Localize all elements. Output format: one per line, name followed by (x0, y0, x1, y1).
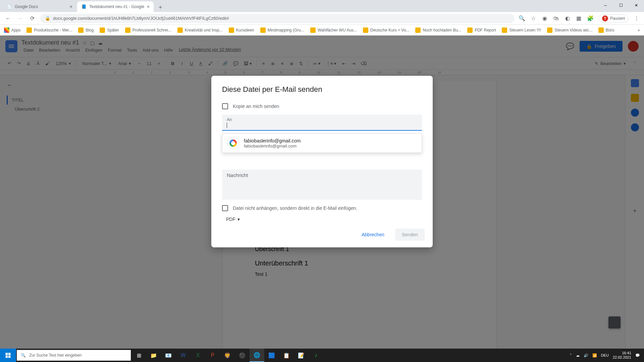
checkbox-icon[interactable] (222, 205, 228, 211)
message-input[interactable]: Nachricht (222, 170, 422, 200)
tray-overflow-icon[interactable]: ˄ (570, 353, 572, 358)
apps-shortcut[interactable]: Apps (4, 27, 20, 33)
close-icon[interactable]: × (70, 4, 72, 9)
chrome-icon[interactable]: 🌐 (250, 349, 264, 362)
maximize-button[interactable]: ☐ (613, 0, 629, 11)
no-attach-checkbox-row[interactable]: Datei nicht anhängen, sondern direkt in … (218, 202, 426, 214)
copy-self-label: Kopie an mich senden (233, 104, 279, 109)
folder-icon (100, 27, 105, 33)
folder-icon (363, 27, 368, 33)
paused-label: Pausiert (610, 16, 625, 21)
bookmark-item[interactable]: Kursideen (229, 27, 254, 33)
bookmark-item[interactable]: Noch hochladen Bu... (415, 27, 461, 33)
extensions-menu-icon[interactable]: 🧩 (587, 15, 594, 22)
profile-chip[interactable]: T Pausiert (598, 14, 629, 22)
bookmark-star-icon[interactable]: ☆ (530, 15, 537, 22)
checkbox-icon[interactable] (222, 103, 228, 109)
svg-rect-1 (8, 353, 11, 355)
onedrive-icon[interactable]: ☁ (576, 353, 580, 358)
apps-icon (4, 27, 9, 33)
windows-taskbar: 🔍 Zur Suche Text hier eingeben ⊞ 📁 📧 W X… (0, 349, 644, 362)
docs-favicon-icon: 📘 (81, 4, 87, 9)
recipient-input[interactable]: An (222, 115, 422, 131)
close-window-button[interactable]: ✕ (629, 0, 644, 11)
bookmark-item[interactable]: Steuern Videos wic... (547, 27, 592, 33)
notifications-icon[interactable]: 💬 (635, 353, 640, 358)
bookmark-item[interactable]: Deutsche Kurs + Vo... (363, 27, 409, 33)
extension-icon[interactable]: ▦ (576, 15, 582, 22)
bookmark-item[interactable]: Steuern Lesen !!!! (502, 27, 541, 33)
obs-icon[interactable]: ⚫ (235, 349, 250, 362)
format-value: PDF (226, 217, 235, 222)
browser-tab-strip: 📄 Google Docs × 📘 Textdokument neu #1 - … (0, 0, 644, 12)
message-placeholder: Nachricht (227, 172, 417, 178)
taskbar-search[interactable]: 🔍 Zur Suche Text hier eingeben (17, 350, 131, 361)
bookmark-item[interactable]: PDF Report (467, 27, 496, 33)
suggestion-email: fabiobaslerinfo@gmail.com (244, 143, 301, 148)
format-select[interactable]: PDF ▾ (218, 214, 426, 225)
url-input[interactable]: 🔒 docs.google.com/document/d/1hUH8k6h7Lb… (40, 14, 515, 23)
mail-icon[interactable]: 📧 (161, 349, 176, 362)
back-button[interactable]: ← (4, 14, 12, 22)
language-indicator[interactable]: DEU (601, 353, 609, 357)
bookmark-item[interactable]: Wahlfächer WU Aus... (310, 27, 357, 33)
extension-icon[interactable]: 🛍 (553, 15, 559, 22)
bookmark-item[interactable]: Professionell Schrei... (125, 27, 171, 33)
send-button[interactable]: Senden (395, 229, 425, 241)
folder-icon (125, 27, 130, 33)
wifi-icon[interactable]: 📶 (592, 353, 597, 358)
bookmarks-overflow-icon[interactable]: » (638, 28, 640, 33)
bookmark-item[interactable]: Büro (598, 27, 614, 33)
cancel-button[interactable]: Abbrechen (355, 229, 391, 241)
folder-icon (547, 27, 552, 33)
start-button[interactable] (0, 349, 16, 362)
folder-icon (229, 27, 234, 33)
task-view-button[interactable]: ⊞ (131, 349, 146, 362)
excel-icon[interactable]: X (191, 349, 205, 362)
folder-icon (177, 27, 183, 33)
folder-icon (78, 27, 84, 33)
url-text: docs.google.com/document/d/1hUH8k6h7Lb8y… (53, 16, 229, 21)
notepad-icon[interactable]: 📝 (294, 349, 309, 362)
clock[interactable]: 16:41 22.02.2021 (613, 351, 631, 360)
chrome-menu-icon[interactable]: ⋮ (633, 15, 640, 22)
bookmark-item[interactable]: Später (100, 27, 119, 33)
avatar-icon: T (602, 15, 608, 21)
suggestion-item[interactable]: fabiobaslerinfo@gmail.com fabiobaslerinf… (222, 134, 422, 153)
folder-icon (26, 27, 32, 33)
extension-icon[interactable]: ◉ (541, 15, 548, 22)
bookmark-item[interactable]: Blog (78, 27, 94, 33)
bookmark-item[interactable]: Mindmapping (Gru... (260, 27, 304, 33)
email-file-dialog: Diese Datei per E-Mail senden Kopie an m… (211, 76, 433, 247)
dialog-title: Diese Datei per E-Mail senden (211, 85, 433, 101)
extension-icon[interactable]: ◐ (564, 15, 571, 22)
search-icon: 🔍 (21, 353, 26, 358)
browser-tab-1[interactable]: 📘 Textdokument neu #1 - Google × (77, 1, 154, 12)
tab-title: Google Docs (15, 4, 38, 9)
new-tab-button[interactable]: + (156, 3, 165, 12)
minimize-button[interactable]: ─ (598, 0, 613, 11)
window-controls: ─ ☐ ✕ (598, 0, 644, 11)
close-icon[interactable]: × (147, 4, 150, 9)
folder-icon (415, 27, 421, 33)
copy-self-checkbox-row[interactable]: Kopie an mich senden (218, 101, 426, 112)
modal-overlay: Diese Datei per E-Mail senden Kopie an m… (0, 36, 644, 349)
reload-button[interactable]: ⟳ (28, 14, 36, 22)
forward-button[interactable]: → (16, 14, 24, 22)
docs-favicon-icon: 📄 (7, 4, 12, 9)
app-icon[interactable]: 📋 (279, 349, 294, 362)
word-icon[interactable]: W (176, 349, 191, 362)
edge-icon[interactable]: 🟦 (264, 349, 279, 362)
zoom-icon[interactable]: 🔍 (519, 15, 525, 22)
volume-icon[interactable]: 🔊 (584, 353, 588, 358)
brave-icon[interactable]: 🦁 (220, 349, 235, 362)
explorer-icon[interactable]: 📁 (146, 349, 161, 362)
docs-app: Textdokument neu #1 ☆ ▢ ☁ Datei Bearbeit… (0, 36, 644, 349)
spotify-icon[interactable]: ♪ (309, 349, 323, 362)
bookmark-item[interactable]: Kreativität und Insp... (177, 27, 223, 33)
address-bar: ← → ⟳ 🔒 docs.google.com/document/d/1hUH8… (0, 12, 644, 25)
powerpoint-icon[interactable]: P (205, 349, 220, 362)
browser-tab-0[interactable]: 📄 Google Docs × (3, 1, 76, 12)
folder-icon (260, 27, 266, 33)
bookmark-item[interactable]: Produktsuche - Mer... (26, 27, 72, 33)
